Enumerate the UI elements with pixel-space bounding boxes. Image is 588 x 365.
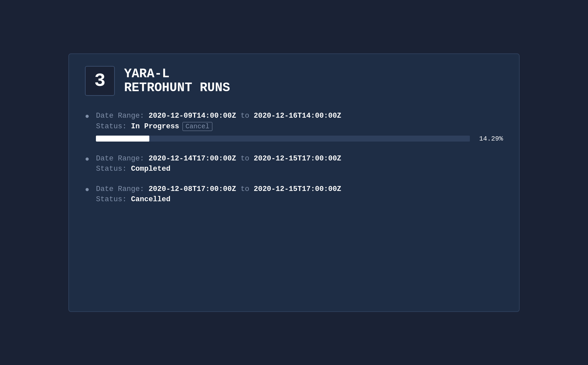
run-item-1: ● Date Range: 2020-12-09T14:00:00Z to 20… bbox=[85, 112, 503, 143]
bullet-icon-2: ● bbox=[85, 155, 89, 163]
status-label-1: Status: bbox=[96, 122, 131, 131]
run-details-3: Date Range: 2020-12-08T17:00:00Z to 2020… bbox=[96, 185, 503, 204]
status-value-2: Completed bbox=[131, 165, 171, 173]
bullet-icon-1: ● bbox=[85, 112, 89, 121]
bullet-icon-3: ● bbox=[85, 186, 89, 194]
date-range-line-3: Date Range: 2020-12-08T17:00:00Z to 2020… bbox=[96, 185, 503, 193]
connector-1: to bbox=[236, 112, 254, 120]
date-end-1: 2020-12-16T14:00:00Z bbox=[254, 112, 341, 120]
progress-percent-1: 14.29% bbox=[477, 135, 503, 143]
main-card: 3 YARA-L RETROHUNT RUNS ● Date Range: 20… bbox=[68, 53, 520, 312]
title-line1: YARA-L bbox=[124, 67, 230, 81]
title-line2: RETROHUNT RUNS bbox=[124, 81, 230, 95]
date-range-label-2: Date Range: bbox=[96, 154, 148, 163]
run-item-2: ● Date Range: 2020-12-14T17:00:00Z to 20… bbox=[85, 154, 503, 173]
date-end-2: 2020-12-15T17:00:00Z bbox=[254, 154, 341, 163]
status-line-1: Status: In ProgressCancel bbox=[96, 122, 503, 131]
status-label-2: Status: bbox=[96, 165, 131, 173]
card-number: 3 bbox=[94, 70, 106, 91]
date-range-line-1: Date Range: 2020-12-09T14:00:00Z to 2020… bbox=[96, 112, 503, 120]
date-end-3: 2020-12-15T17:00:00Z bbox=[254, 185, 341, 193]
run-details-1: Date Range: 2020-12-09T14:00:00Z to 2020… bbox=[96, 112, 503, 143]
date-range-label-1: Date Range: bbox=[96, 112, 148, 120]
progress-bar-fill-1 bbox=[96, 136, 149, 142]
cancel-button-1[interactable]: Cancel bbox=[183, 122, 212, 131]
date-start-1: 2020-12-09T14:00:00Z bbox=[149, 112, 236, 120]
status-value-3: Cancelled bbox=[131, 195, 171, 204]
progress-container-1: 14.29% bbox=[96, 135, 503, 143]
status-label-3: Status: bbox=[96, 195, 131, 204]
date-range-line-2: Date Range: 2020-12-14T17:00:00Z to 2020… bbox=[96, 154, 503, 163]
date-start-2: 2020-12-14T17:00:00Z bbox=[149, 154, 236, 163]
progress-bar-bg-1 bbox=[96, 136, 470, 142]
date-range-label-3: Date Range: bbox=[96, 185, 148, 193]
run-details-2: Date Range: 2020-12-14T17:00:00Z to 2020… bbox=[96, 154, 503, 173]
run-item-3: ● Date Range: 2020-12-08T17:00:00Z to 20… bbox=[85, 185, 503, 204]
card-header: 3 YARA-L RETROHUNT RUNS bbox=[85, 66, 503, 96]
connector-3: to bbox=[236, 185, 254, 193]
status-value-1: In Progress bbox=[131, 122, 179, 131]
runs-list: ● Date Range: 2020-12-09T14:00:00Z to 20… bbox=[85, 112, 503, 204]
connector-2: to bbox=[236, 154, 254, 163]
status-line-3: Status: Cancelled bbox=[96, 195, 503, 204]
status-line-2: Status: Completed bbox=[96, 165, 503, 173]
number-box: 3 bbox=[85, 66, 115, 96]
date-start-3: 2020-12-08T17:00:00Z bbox=[149, 185, 236, 193]
title-block: YARA-L RETROHUNT RUNS bbox=[124, 67, 230, 95]
